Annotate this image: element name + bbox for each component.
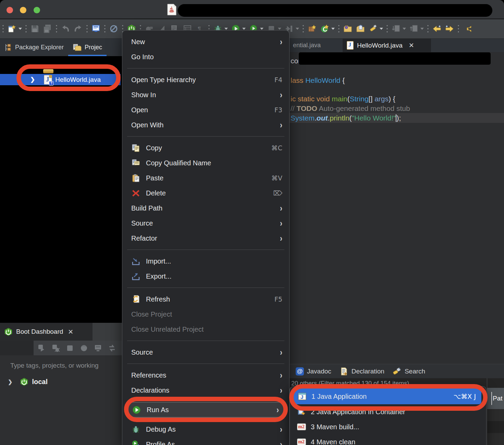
toolbar-handle[interactable] bbox=[86, 24, 88, 34]
chevron-right-icon[interactable]: ❯ bbox=[8, 379, 12, 385]
menu-item-open-type-hierarchy[interactable]: Open Type HierarchyF4 bbox=[122, 72, 289, 87]
submenu-item-java-application[interactable]: J 1 Java Application ⌥⌘X J bbox=[293, 389, 481, 404]
code-line-4: // TODO Auto-generated method stub bbox=[291, 104, 410, 113]
tab-javadoc[interactable]: @ Javadoc bbox=[296, 367, 335, 376]
menu-item-source-2[interactable]: Source› bbox=[122, 345, 289, 360]
toolbar-handle[interactable] bbox=[56, 24, 58, 34]
tab-package-explorer[interactable]: Package Explorer bbox=[0, 39, 68, 56]
new-wizard-icon[interactable] bbox=[7, 24, 17, 34]
menu-item-paste[interactable]: Paste⌘V bbox=[122, 170, 289, 186]
submenu-item-maven-clean[interactable]: m2 4 Maven clean bbox=[290, 434, 486, 445]
submenu-item-maven-build[interactable]: m2 3 Maven build... bbox=[290, 419, 486, 434]
toolbar-handle[interactable] bbox=[427, 24, 429, 34]
toolbar-handle[interactable] bbox=[2, 24, 4, 34]
toolbar-handle[interactable] bbox=[457, 24, 459, 34]
next-annotation-icon[interactable] bbox=[391, 24, 401, 34]
run-dropdown[interactable] bbox=[242, 28, 246, 30]
new-class-dropdown[interactable] bbox=[331, 28, 335, 30]
package-explorer-icon bbox=[4, 43, 12, 52]
run-last-dropdown[interactable] bbox=[260, 28, 263, 30]
editor-tab-helloworld[interactable]: J HelloWorld.java ✕ bbox=[343, 39, 431, 52]
menu-item-new[interactable]: New› bbox=[122, 34, 289, 49]
menu-item-refresh[interactable]: RefreshF5 bbox=[122, 292, 289, 307]
boot-debug-icon[interactable] bbox=[52, 344, 60, 352]
boot-run-icon[interactable] bbox=[38, 344, 46, 352]
context-menu: New› Go Into Open Type HierarchyF4 Show … bbox=[122, 30, 290, 445]
back-history-icon[interactable] bbox=[432, 24, 442, 34]
edit-location-icon[interactable] bbox=[463, 24, 472, 34]
close-tab-icon[interactable]: ✕ bbox=[409, 41, 414, 49]
open-folder-icon[interactable] bbox=[343, 24, 353, 34]
editor-tab-inactive[interactable]: ential.java bbox=[290, 39, 324, 52]
zoom-window-button[interactable] bbox=[34, 7, 40, 13]
menu-item-references[interactable]: References› bbox=[122, 368, 289, 383]
close-window-button[interactable] bbox=[7, 7, 13, 13]
step-filters-dropdown[interactable] bbox=[296, 28, 299, 30]
menu-item-copy[interactable]: Copy⌘C bbox=[122, 140, 289, 155]
menu-item-debug-as[interactable]: Debug As› bbox=[122, 422, 289, 437]
toolbar-handle[interactable] bbox=[25, 24, 27, 34]
tab-project-explorer[interactable]: Projec bbox=[68, 39, 107, 56]
menu-item-delete[interactable]: Delete⌦ bbox=[122, 186, 289, 201]
boot-filter-input[interactable]: Type tags, projects, or working bbox=[10, 362, 123, 369]
toolbar-handle[interactable] bbox=[386, 24, 388, 34]
menu-item-show-in[interactable]: Show In› bbox=[122, 87, 289, 102]
save-all-icon[interactable] bbox=[43, 24, 52, 34]
tab-declaration[interactable]: Declaration bbox=[340, 367, 389, 376]
forward-history-icon[interactable] bbox=[445, 24, 454, 34]
new-class-icon[interactable]: C bbox=[320, 24, 330, 34]
menu-item-build-path[interactable]: Build Path› bbox=[122, 201, 289, 216]
table-column-header[interactable]: Pat bbox=[487, 388, 504, 409]
minimize-window-button[interactable] bbox=[20, 7, 26, 13]
menu-item-go-into[interactable]: Go Into bbox=[122, 49, 289, 64]
menu-item-open[interactable]: OpenF3 bbox=[122, 102, 289, 117]
tab-boot-dashboard[interactable]: Boot Dashboard ✕ bbox=[0, 323, 93, 341]
menu-item-run-as[interactable]: Run As› bbox=[125, 402, 286, 418]
next-annotation-dropdown[interactable] bbox=[403, 28, 406, 30]
menu-item-export[interactable]: Export... bbox=[122, 269, 289, 284]
menu-item-refactor[interactable]: Refactor› bbox=[122, 231, 289, 246]
maven-icon: m2 bbox=[297, 422, 306, 432]
import-folder-icon[interactable] bbox=[356, 24, 365, 34]
open-console-icon[interactable] bbox=[91, 24, 101, 34]
previous-annotation-dropdown[interactable] bbox=[420, 28, 424, 30]
menu-separator bbox=[127, 68, 284, 68]
boot-tree-item-local[interactable]: ❯ local bbox=[0, 376, 122, 387]
table-row[interactable] bbox=[487, 421, 504, 433]
previous-annotation-icon[interactable] bbox=[409, 24, 419, 34]
table-row[interactable] bbox=[487, 433, 504, 445]
tab-search[interactable]: Search bbox=[393, 367, 429, 376]
java-file-icon: J bbox=[347, 41, 354, 50]
submenu-item-java-application-in-container[interactable]: 2 Java Application In Container bbox=[290, 404, 486, 419]
menu-item-profile-as[interactable]: Profile As› bbox=[122, 437, 289, 445]
toolbar-handle[interactable] bbox=[338, 24, 340, 34]
toolbar-handle[interactable] bbox=[302, 24, 304, 34]
new-wizard-dropdown[interactable] bbox=[19, 28, 22, 30]
menu-item-source[interactable]: Source› bbox=[122, 216, 289, 231]
terminate-dropdown[interactable] bbox=[278, 28, 281, 30]
boot-stop-icon[interactable] bbox=[66, 344, 74, 352]
tree-item-helloworld-java[interactable]: ❯ J ? HelloWorld.java bbox=[0, 74, 121, 85]
debug-dropdown[interactable] bbox=[224, 28, 228, 30]
menu-item-import[interactable]: Import... bbox=[122, 254, 289, 269]
menu-item-declarations[interactable]: Declarations› bbox=[122, 383, 289, 398]
save-icon[interactable] bbox=[30, 24, 40, 34]
close-view-icon[interactable]: ✕ bbox=[68, 328, 73, 336]
undo-icon[interactable] bbox=[61, 24, 70, 34]
new-java-project-icon[interactable] bbox=[307, 24, 317, 34]
mark-occurrences-dropdown[interactable] bbox=[380, 28, 383, 30]
boot-console-icon[interactable] bbox=[80, 344, 88, 352]
menu-item-copy-qualified-name[interactable]: Copy Qualified Name bbox=[122, 155, 289, 170]
chevron-right-icon[interactable]: ❯ bbox=[30, 76, 35, 83]
boot-remote-icon[interactable] bbox=[94, 344, 102, 352]
menu-item-open-with[interactable]: Open With› bbox=[122, 117, 289, 132]
code-editor[interactable]: com. lass HelloWorld { ic static void ma… bbox=[290, 52, 504, 364]
table-row[interactable] bbox=[487, 409, 504, 421]
submenu-arrow-icon: › bbox=[280, 120, 282, 130]
skip-all-breakpoints-icon[interactable] bbox=[109, 24, 119, 34]
tab-label: ential.java bbox=[293, 42, 321, 49]
toolbar-handle[interactable] bbox=[104, 24, 106, 34]
redo-icon[interactable] bbox=[73, 24, 83, 34]
mark-occurrences-icon[interactable] bbox=[368, 24, 378, 34]
boot-sync-icon[interactable] bbox=[108, 344, 116, 352]
